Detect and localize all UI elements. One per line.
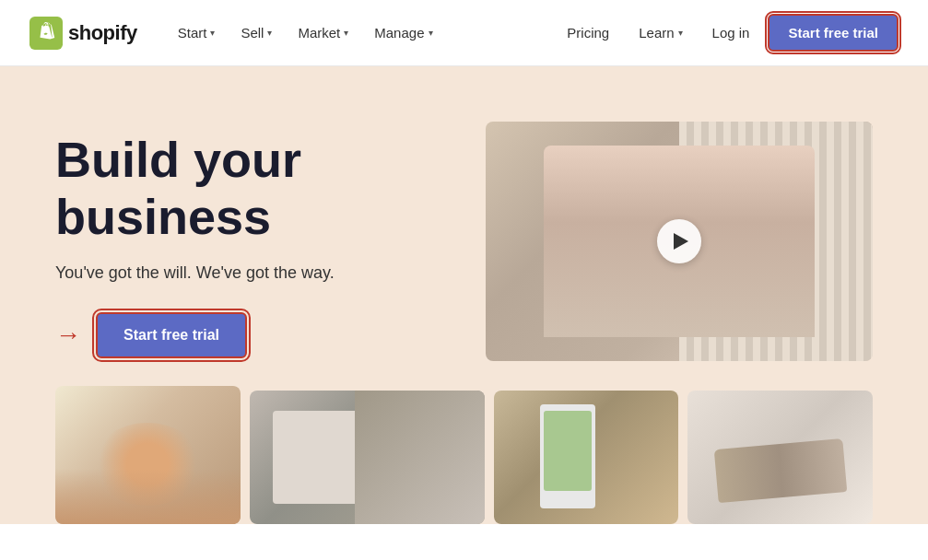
hero-content: Build your business You've got the will.… (55, 122, 486, 358)
nav-right-links: Pricing Learn ▾ Log in Start free trial (556, 14, 899, 52)
shoe-shape (713, 438, 847, 503)
tablet-shape (273, 411, 367, 505)
hero-title-line2: business (55, 189, 271, 244)
navbar: shopify Start ▾ Sell ▾ Market ▾ Manage ▾… (0, 0, 928, 66)
nav-item-pricing[interactable]: Pricing (556, 18, 620, 48)
hero-cta-wrapper: → Start free trial (55, 312, 449, 358)
nav-item-learn[interactable]: Learn ▾ (628, 18, 693, 48)
photo-phone (494, 391, 679, 524)
nav-learn-label: Learn (639, 25, 674, 41)
nav-start-trial-button[interactable]: Start free trial (768, 14, 899, 52)
nav-manage-label: Manage (374, 25, 424, 41)
hero-title: Build your business (55, 131, 449, 245)
hero-section: Build your business You've got the will.… (0, 66, 928, 361)
chevron-down-icon: ▾ (344, 28, 348, 38)
photo-drawing (55, 386, 241, 524)
nav-primary-links: Start ▾ Sell ▾ Market ▾ Manage ▾ (167, 18, 444, 48)
list-item (55, 386, 241, 524)
nav-pricing-label: Pricing (567, 25, 609, 41)
hero-start-trial-button[interactable]: Start free trial (96, 312, 247, 358)
list-item (494, 391, 679, 524)
svg-rect-0 (29, 17, 63, 50)
nav-login-label: Log in (712, 25, 750, 41)
hero-video-thumbnail[interactable] (486, 122, 873, 361)
photo-overlay (55, 469, 241, 524)
nav-item-market[interactable]: Market ▾ (287, 18, 359, 48)
phone-screen (544, 411, 592, 491)
photo-tablet (250, 391, 485, 524)
hero-subtitle: You've got the will. We've got the way. (55, 263, 449, 283)
play-icon (674, 233, 688, 250)
nav-item-manage[interactable]: Manage ▾ (363, 18, 443, 48)
logo-link[interactable]: shopify (29, 17, 137, 50)
list-item (687, 391, 873, 524)
chevron-down-icon: ▾ (267, 28, 272, 38)
brand-name: shopify (68, 21, 137, 45)
nav-item-start[interactable]: Start ▾ (167, 18, 227, 48)
chevron-down-icon: ▾ (210, 28, 215, 38)
nav-market-label: Market (298, 25, 340, 41)
photo-shoes (687, 391, 873, 524)
photo-grid (0, 361, 928, 524)
nav-item-sell[interactable]: Sell ▾ (229, 18, 283, 48)
nav-item-login[interactable]: Log in (701, 18, 761, 48)
hero-title-line1: Build your (55, 132, 301, 187)
shopify-logo-icon (29, 17, 63, 50)
chevron-down-icon: ▾ (678, 28, 683, 38)
play-button[interactable] (657, 219, 701, 263)
nav-start-label: Start (178, 25, 207, 41)
nav-sell-label: Sell (241, 25, 264, 41)
chevron-down-icon: ▾ (429, 28, 433, 38)
arrow-indicator-icon: → (55, 321, 81, 350)
clothing-bg (355, 391, 484, 524)
list-item (250, 391, 485, 524)
hero-subtitle-text: You've got the will. We've got the way. (55, 263, 335, 282)
